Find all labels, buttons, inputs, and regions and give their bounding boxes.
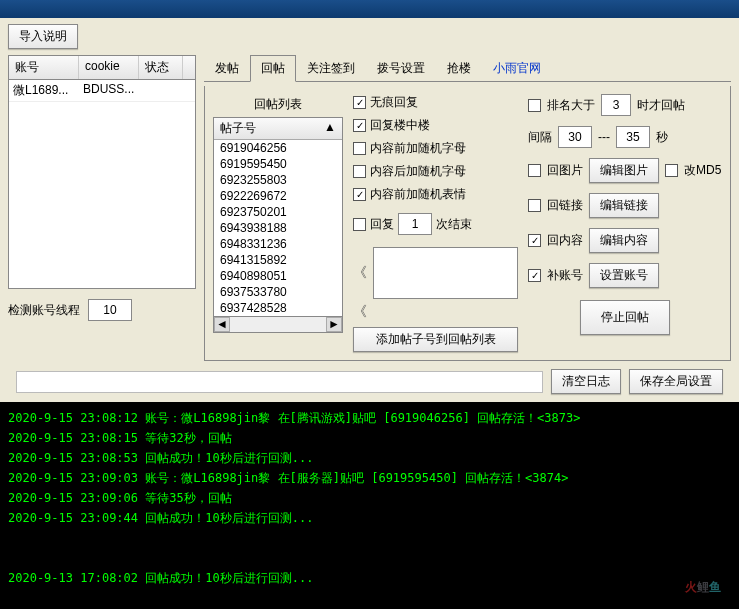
tabs: 发帖回帖关注签到拨号设置抢楼小雨官网 — [204, 55, 731, 82]
list-item[interactable]: 6940898051 — [214, 268, 342, 284]
list-header[interactable]: 帖子号 — [220, 120, 256, 137]
detect-label: 检测账号线程 — [8, 302, 80, 319]
arrow-icon: 《 — [353, 303, 367, 321]
chk-md5[interactable] — [665, 164, 678, 177]
save-all-button[interactable]: 保存全局设置 — [629, 369, 723, 394]
accounts-table: 账号 cookie 状态 微L1689...BDUSS... — [8, 55, 196, 289]
tab-4[interactable]: 抢楼 — [436, 55, 482, 81]
edit-link-button[interactable]: 编辑链接 — [589, 193, 659, 218]
chk-supp[interactable]: ✓ — [528, 269, 541, 282]
hscrollbar[interactable]: ◄ ► — [213, 317, 343, 333]
import-button[interactable]: 导入说明 — [8, 24, 78, 49]
th-cookie[interactable]: cookie — [79, 56, 139, 79]
set-account-button[interactable]: 设置账号 — [589, 263, 659, 288]
list-item[interactable]: 6937533780 — [214, 284, 342, 300]
status-input[interactable] — [16, 371, 543, 393]
detect-threads-input[interactable] — [88, 299, 132, 321]
list-item[interactable]: 6943938188 — [214, 220, 342, 236]
edit-content-button[interactable]: 编辑内容 — [589, 228, 659, 253]
list-item[interactable]: 6948331236 — [214, 236, 342, 252]
stop-reply-button[interactable]: 停止回帖 — [580, 300, 670, 335]
tab-0[interactable]: 发帖 — [204, 55, 250, 81]
tab-2[interactable]: 关注签到 — [296, 55, 366, 81]
log-console: 2020-9-15 23:08:12 账号：微L16898jin黎 在[腾讯游戏… — [0, 402, 739, 609]
list-item[interactable]: 6919046256 — [214, 140, 342, 156]
sort-icon[interactable]: ▲ — [324, 120, 336, 137]
chk-floor[interactable]: ✓ — [353, 119, 366, 132]
chk-suffix-letter[interactable] — [353, 165, 366, 178]
list-item[interactable]: 6923750201 — [214, 204, 342, 220]
chk-traceless[interactable]: ✓ — [353, 96, 366, 109]
chk-prefix-emoji[interactable]: ✓ — [353, 188, 366, 201]
interval-min-input[interactable] — [558, 126, 592, 148]
tab-1[interactable]: 回帖 — [250, 55, 296, 82]
th-status[interactable]: 状态 — [139, 56, 183, 79]
reply-times-input[interactable] — [398, 213, 432, 235]
interval-max-input[interactable] — [616, 126, 650, 148]
chk-img[interactable] — [528, 164, 541, 177]
scroll-right[interactable]: ► — [326, 317, 342, 332]
list-item[interactable]: 6937428528 — [214, 300, 342, 316]
edit-img-button[interactable]: 编辑图片 — [589, 158, 659, 183]
arrow-icon: 《 — [353, 264, 367, 282]
reply-panel: 回帖列表 帖子号 ▲ 69190462566919595450692325580… — [204, 86, 731, 361]
chk-prefix-letter[interactable] — [353, 142, 366, 155]
list-item[interactable]: 6941315892 — [214, 252, 342, 268]
list-item[interactable]: 6919595450 — [214, 156, 342, 172]
tab-3[interactable]: 拨号设置 — [366, 55, 436, 81]
chk-link[interactable] — [528, 199, 541, 212]
rank-input[interactable] — [601, 94, 631, 116]
title-bar — [0, 0, 739, 18]
chk-reply-times[interactable] — [353, 218, 366, 231]
list-label: 回帖列表 — [213, 94, 343, 117]
list-item[interactable]: 6923255803 — [214, 172, 342, 188]
tab-5[interactable]: 小雨官网 — [482, 55, 552, 81]
chk-rank[interactable] — [528, 99, 541, 112]
post-listbox[interactable]: 帖子号 ▲ 6919046256691959545069232558036922… — [213, 117, 343, 317]
content-textarea-1[interactable] — [373, 247, 518, 299]
chk-content[interactable]: ✓ — [528, 234, 541, 247]
th-id[interactable]: 账号 — [9, 56, 79, 79]
add-post-button[interactable]: 添加帖子号到回帖列表 — [353, 327, 518, 352]
scroll-left[interactable]: ◄ — [214, 317, 230, 332]
table-row[interactable]: 微L1689...BDUSS... — [9, 80, 195, 102]
list-item[interactable]: 6922269672 — [214, 188, 342, 204]
clear-log-button[interactable]: 清空日志 — [551, 369, 621, 394]
